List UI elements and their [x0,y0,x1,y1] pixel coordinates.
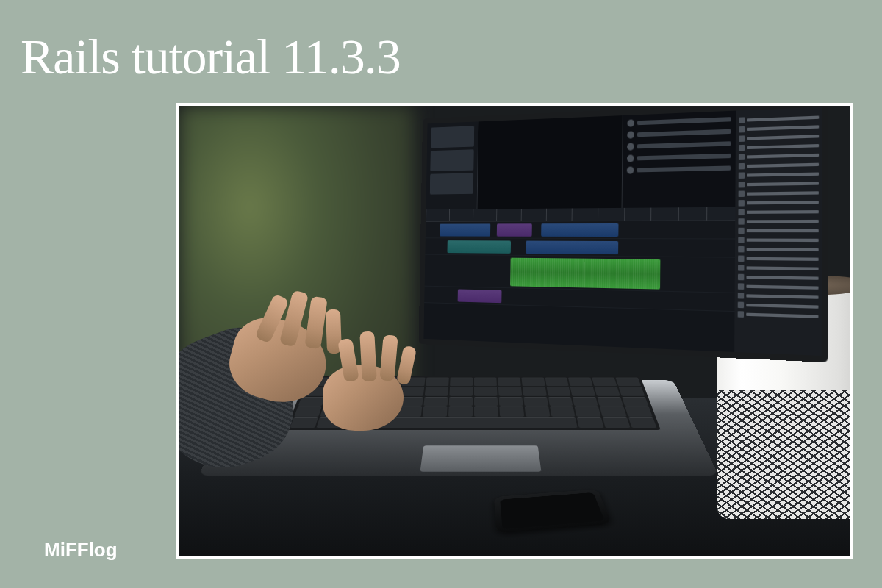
timeline-ruler [426,207,735,221]
laptop-screen [419,103,829,362]
media-thumb [430,173,473,194]
page-title: Rails tutorial 11.3.3 [21,28,401,86]
timeline [423,207,735,352]
finger [359,331,377,382]
effects-panel [734,107,822,356]
editor-preview-row [426,111,736,209]
media-thumb [431,126,474,148]
media-thumb [430,149,473,171]
video-editor-ui [423,107,822,356]
video-track [426,220,735,239]
finger [396,345,417,386]
photo-scene [179,106,850,556]
video-preview [476,115,623,209]
finger [379,334,398,381]
media-bin [426,121,478,209]
hero-photo [176,103,853,559]
brand-logo: MiFFlog [44,539,118,562]
right-hand [315,335,462,453]
mug-pattern [717,390,853,519]
controls-panel [622,111,736,208]
